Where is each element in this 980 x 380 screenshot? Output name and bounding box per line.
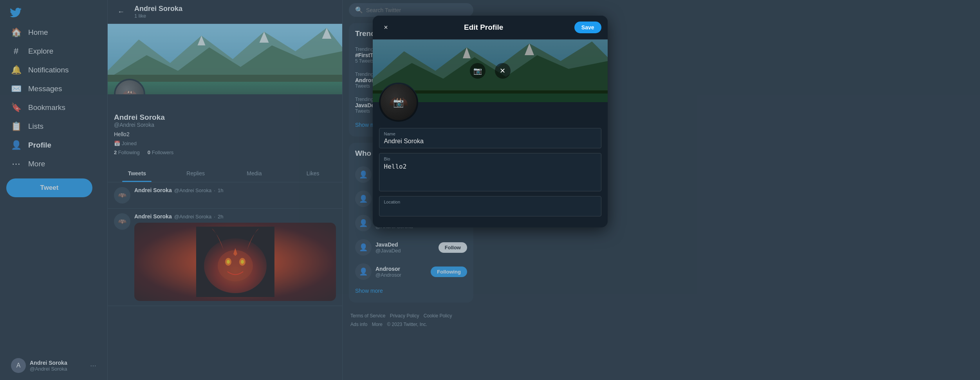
modal-avatar-camera-overlay[interactable]: 📷 xyxy=(379,84,418,122)
name-input[interactable] xyxy=(384,138,596,145)
edit-profile-modal: × Edit Profile Save xyxy=(373,16,608,227)
modal-avatar-area: 🦇 📷 xyxy=(379,83,418,122)
location-label: Location xyxy=(384,200,596,204)
bio-input[interactable] xyxy=(384,163,596,186)
modal-overlay[interactable]: × Edit Profile Save xyxy=(0,0,980,380)
modal-body: Name Bio Location xyxy=(373,128,608,227)
modal-banner-camera-icon[interactable]: 📷 xyxy=(470,63,485,79)
modal-header: × Edit Profile Save xyxy=(373,16,608,40)
modal-banner-close-icon[interactable]: ✕ xyxy=(495,63,511,79)
modal-close-button[interactable]: × xyxy=(379,20,393,34)
modal-save-button[interactable]: Save xyxy=(574,22,601,33)
modal-title: Edit Profile xyxy=(464,23,503,32)
location-field[interactable]: Location xyxy=(379,196,601,216)
bio-label: Bio xyxy=(384,157,596,161)
name-field[interactable]: Name xyxy=(379,128,601,148)
location-input[interactable] xyxy=(384,206,596,213)
close-icon: × xyxy=(384,23,388,32)
bio-field[interactable]: Bio xyxy=(379,153,601,191)
name-label: Name xyxy=(384,131,596,136)
